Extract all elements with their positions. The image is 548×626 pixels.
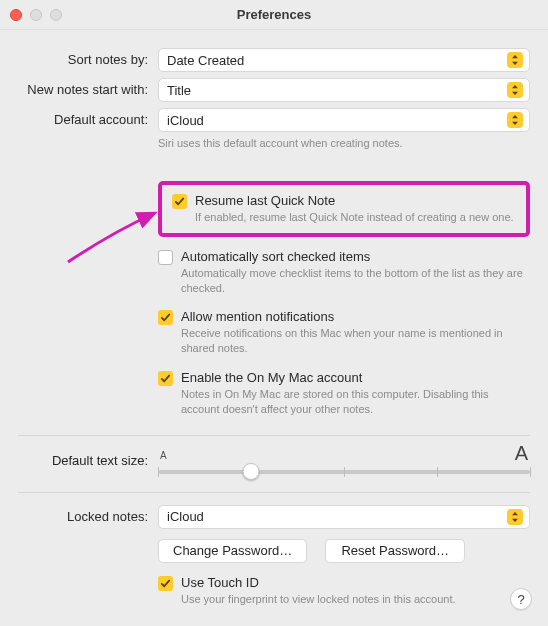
touch-id-hint: Use your fingerprint to view locked note…	[181, 592, 530, 607]
on-my-mac-hint: Notes in On My Mac are stored on this co…	[181, 387, 530, 417]
auto-sort-label: Automatically sort checked items	[181, 249, 530, 264]
window-title: Preferences	[0, 7, 548, 22]
text-size-label: Default text size:	[18, 453, 158, 468]
sort-notes-label: Sort notes by:	[18, 48, 158, 72]
mentions-label: Allow mention notifications	[181, 309, 530, 324]
text-size-min-icon: A	[160, 450, 167, 461]
default-account-select[interactable]: iCloud	[158, 108, 530, 132]
auto-sort-hint: Automatically move checklist items to th…	[181, 266, 530, 296]
chevron-up-down-icon	[507, 82, 523, 98]
reset-password-button[interactable]: Reset Password…	[325, 539, 465, 563]
window-zoom-button	[50, 9, 62, 21]
resume-quick-note-label: Resume last Quick Note	[195, 193, 516, 208]
window-close-button[interactable]	[10, 9, 22, 21]
titlebar: Preferences	[0, 0, 548, 30]
resume-quick-note-highlight: Resume last Quick Note If enabled, resum…	[158, 181, 530, 237]
chevron-up-down-icon	[507, 509, 523, 525]
resume-quick-note-checkbox[interactable]	[172, 194, 187, 209]
sort-notes-value: Date Created	[167, 53, 507, 68]
text-size-max-icon: A	[515, 442, 528, 465]
divider	[18, 492, 530, 493]
window-minimize-button	[30, 9, 42, 21]
chevron-up-down-icon	[507, 52, 523, 68]
touch-id-label: Use Touch ID	[181, 575, 530, 590]
divider	[18, 435, 530, 436]
on-my-mac-checkbox[interactable]	[158, 371, 173, 386]
new-notes-select[interactable]: Title	[158, 78, 530, 102]
traffic-lights	[10, 9, 62, 21]
mentions-hint: Receive notifications on this Mac when y…	[181, 326, 530, 356]
locked-notes-label: Locked notes:	[18, 505, 158, 607]
new-notes-label: New notes start with:	[18, 78, 158, 102]
help-button[interactable]: ?	[510, 588, 532, 610]
default-account-hint: Siri uses this default account when crea…	[158, 136, 530, 151]
default-account-value: iCloud	[167, 113, 507, 128]
auto-sort-checkbox[interactable]	[158, 250, 173, 265]
on-my-mac-label: Enable the On My Mac account	[181, 370, 530, 385]
slider-knob[interactable]	[243, 463, 260, 480]
mentions-checkbox[interactable]	[158, 310, 173, 325]
new-notes-value: Title	[167, 83, 507, 98]
touch-id-checkbox[interactable]	[158, 576, 173, 591]
default-account-label: Default account:	[18, 108, 158, 151]
chevron-up-down-icon	[507, 112, 523, 128]
change-password-button[interactable]: Change Password…	[158, 539, 307, 563]
locked-notes-select[interactable]: iCloud	[158, 505, 530, 529]
resume-quick-note-hint: If enabled, resume last Quick Note inste…	[195, 210, 516, 225]
sort-notes-select[interactable]: Date Created	[158, 48, 530, 72]
text-size-slider[interactable]	[158, 470, 530, 474]
locked-notes-value: iCloud	[167, 509, 507, 524]
